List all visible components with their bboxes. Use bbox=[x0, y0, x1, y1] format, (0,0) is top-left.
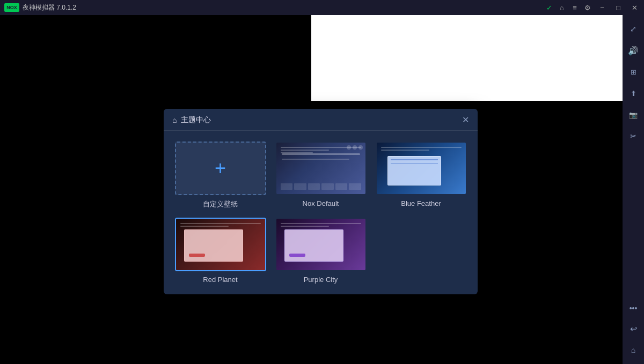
theme-label-nox-default: Nox Default bbox=[303, 199, 339, 207]
pc-bar2 bbox=[281, 226, 329, 227]
pc-btn-sim bbox=[289, 254, 305, 257]
theme-grid: + 自定义壁纸 bbox=[164, 131, 478, 294]
theme-dialog: ⌂ 主题中心 ✕ + 自定义壁纸 bbox=[164, 109, 478, 294]
pc-dialog-sim bbox=[284, 229, 343, 262]
theme-thumb-blue-feather[interactable] bbox=[376, 142, 467, 195]
back-icon[interactable]: ↩ bbox=[624, 319, 643, 338]
dialog-title-area: ⌂ 主题中心 bbox=[172, 115, 211, 125]
dot3 bbox=[358, 145, 363, 150]
theme-item-blue-feather[interactable]: Blue Feather bbox=[375, 142, 467, 209]
dialog-header: ⌂ 主题中心 ✕ bbox=[164, 109, 478, 131]
close-button[interactable]: ✕ bbox=[627, 0, 642, 15]
maximize-button[interactable]: □ bbox=[611, 0, 626, 15]
theme-label-purple-city: Purple City bbox=[304, 276, 338, 284]
hamburger-menu-icon[interactable]: ≡ bbox=[569, 2, 581, 13]
theme-item-custom[interactable]: + 自定义壁纸 bbox=[174, 142, 266, 209]
bar3 bbox=[281, 152, 313, 153]
rp-bar2 bbox=[180, 226, 229, 227]
rp-bar1 bbox=[180, 223, 261, 224]
preview-grid bbox=[281, 183, 361, 190]
minimize-button[interactable]: − bbox=[595, 0, 610, 15]
check-status-icon[interactable]: ✓ bbox=[543, 2, 555, 13]
theme-item-red-planet[interactable]: Red Planet bbox=[174, 218, 266, 284]
dialog-close-button[interactable]: ✕ bbox=[462, 116, 469, 124]
expand-icon[interactable]: ⤢ bbox=[624, 19, 643, 39]
theme-label-blue-feather: Blue Feather bbox=[401, 199, 441, 207]
theme-thumb-nox-default[interactable] bbox=[275, 142, 367, 195]
theme-thumb-purple-city[interactable] bbox=[275, 218, 367, 271]
theme-thumb-red-planet[interactable] bbox=[175, 218, 266, 271]
dot1 bbox=[347, 145, 351, 150]
bar2 bbox=[281, 150, 329, 151]
bf-bars bbox=[381, 147, 462, 152]
rp-dialog-sim bbox=[184, 229, 243, 262]
content-panel bbox=[311, 15, 623, 101]
nox-default-preview bbox=[276, 143, 365, 194]
blue-feather-preview bbox=[377, 143, 466, 194]
pc-bar1 bbox=[281, 223, 361, 224]
rp-btn-sim bbox=[189, 254, 205, 257]
cell6 bbox=[349, 183, 361, 190]
preview-icons bbox=[347, 145, 363, 150]
theme-item-purple-city[interactable]: Purple City bbox=[275, 218, 367, 284]
volume-icon[interactable]: 🔊 bbox=[624, 41, 643, 60]
pc-bars bbox=[281, 223, 361, 228]
bf-bar1 bbox=[381, 147, 462, 148]
cell3 bbox=[308, 183, 320, 190]
main-area: ⌂ 主题中心 ✕ + 自定义壁纸 bbox=[0, 15, 623, 364]
theme-label-custom: 自定义壁纸 bbox=[203, 199, 238, 209]
theme-icon: ⌂ bbox=[172, 116, 177, 124]
import-icon[interactable]: ⬆ bbox=[624, 84, 643, 103]
theme-label-red-planet: Red Planet bbox=[203, 276, 237, 284]
purple-city-preview bbox=[276, 219, 365, 270]
cut-icon[interactable]: ✂ bbox=[624, 127, 643, 146]
home-bottom-icon[interactable]: ⌂ bbox=[624, 340, 643, 360]
settings-icon[interactable]: ⚙ bbox=[582, 2, 594, 13]
theme-item-nox-default[interactable]: Nox Default bbox=[275, 142, 367, 209]
home-icon[interactable]: ⌂ bbox=[556, 2, 568, 13]
bf-bar2 bbox=[381, 150, 429, 151]
titlebar-title: 夜神模拟器 7.0.1.2 bbox=[23, 3, 76, 12]
bf-dialog-sim bbox=[387, 156, 441, 185]
cell2 bbox=[294, 183, 306, 190]
theme-thumb-custom[interactable]: + bbox=[175, 142, 266, 195]
screenshot-icon[interactable]: 📷 bbox=[624, 105, 643, 124]
titlebar-controls: ✓ ⌂ ≡ ⚙ − □ ✕ bbox=[543, 0, 644, 15]
titlebar-left: NOX 夜神模拟器 7.0.1.2 bbox=[0, 3, 76, 12]
rp-bars bbox=[180, 223, 261, 228]
cell1 bbox=[281, 183, 293, 190]
plus-icon: + bbox=[215, 159, 226, 178]
cell4 bbox=[321, 183, 334, 190]
cell5 bbox=[335, 183, 348, 190]
more-options-icon[interactable]: ••• bbox=[630, 304, 638, 317]
right-sidebar: ⤢ 🔊 ⊞ ⬆ 📷 ✂ ••• ↩ ⌂ bbox=[623, 15, 644, 364]
dialog-title: 主题中心 bbox=[181, 115, 211, 125]
sidebar-bottom: ↩ ⌂ bbox=[624, 319, 643, 364]
screen-icon[interactable]: ⊞ bbox=[624, 62, 643, 81]
nox-logo: NOX bbox=[4, 3, 19, 12]
dot2 bbox=[353, 145, 357, 150]
red-planet-preview bbox=[176, 219, 265, 270]
titlebar: NOX 夜神模拟器 7.0.1.2 ✓ ⌂ ≡ ⚙ − □ ✕ bbox=[0, 0, 644, 15]
